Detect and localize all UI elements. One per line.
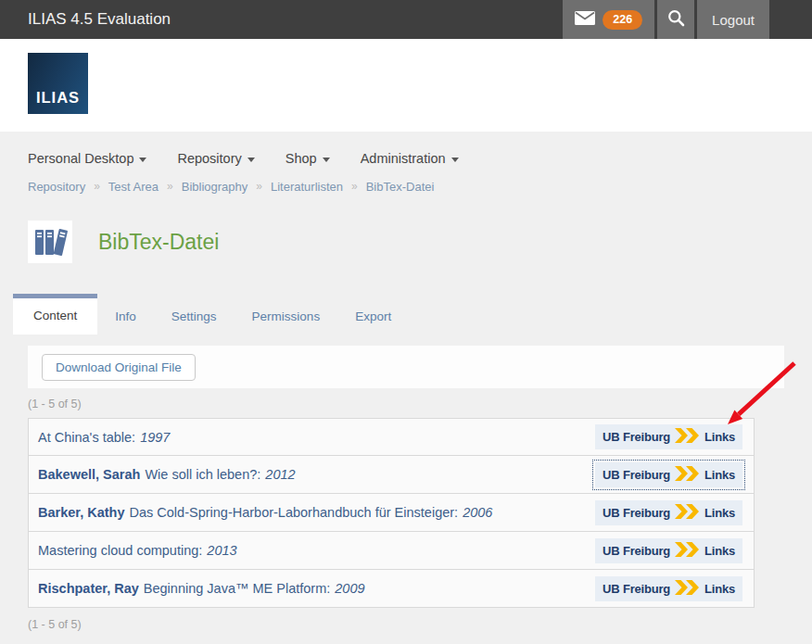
app-title: ILIAS 4.5 Evaluation	[0, 0, 563, 39]
top-controls: 226 Logout	[563, 0, 769, 39]
chevron-down-icon	[139, 158, 146, 162]
tab-content[interactable]: Content	[13, 294, 97, 335]
entry-title: Beginning Java™ ME Platform:	[144, 581, 330, 596]
breadcrumb-item-bibtex-datei[interactable]: BibTex-Datei	[366, 180, 435, 194]
mail-button[interactable]: 226	[563, 0, 654, 39]
ub-freiburg-links-button[interactable]: UB Freiburg Links	[595, 462, 742, 487]
logout-button[interactable]: Logout	[697, 0, 769, 39]
ub-freiburg-label: UB Freiburg	[603, 582, 670, 596]
ub-freiburg-label: UB Freiburg	[603, 468, 670, 482]
tab-permissions[interactable]: Permissions	[235, 298, 338, 335]
entry-title: Wie soll ich leben?:	[145, 467, 260, 482]
ub-freiburg-label: UB Freiburg	[603, 506, 670, 520]
nav-item-label: Repository	[177, 150, 241, 167]
links-label: Links	[704, 506, 735, 520]
ilias-logo[interactable]: ILIAS	[28, 53, 88, 114]
breadcrumb-separator: »	[94, 180, 100, 194]
nav-item-label: Shop	[285, 150, 317, 167]
page-title: BibTex-Datei	[98, 230, 219, 255]
breadcrumb: Repository » Test Area » Bibliography » …	[0, 167, 812, 194]
content-toolbar: Download Original File	[28, 346, 784, 388]
nav-item-label: Personal Desktop	[28, 150, 133, 167]
search-icon	[667, 9, 685, 31]
ub-freiburg-links-button[interactable]: UB Freiburg Links	[595, 500, 742, 525]
entry-year: 2013	[207, 543, 236, 558]
bibliography-row: At China's table: 1997 UB Freiburg Links	[28, 418, 755, 456]
nav-item-administration[interactable]: Administration	[361, 150, 459, 167]
top-bar: ILIAS 4.5 Evaluation 226 Logout	[0, 0, 812, 39]
mail-count-badge: 226	[603, 10, 642, 30]
links-label: Links	[704, 544, 735, 558]
bibliography-row: Rischpater, Ray Beginning Java™ ME Platf…	[28, 570, 755, 608]
links-label: Links	[704, 468, 735, 482]
ub-freiburg-links-button[interactable]: UB Freiburg Links	[595, 424, 742, 449]
bibliography-books-icon	[28, 221, 72, 263]
breadcrumb-separator: »	[351, 180, 358, 194]
entry-year: 2006	[463, 505, 492, 520]
mail-icon	[575, 11, 595, 29]
bibliography-row: Bakewell, Sarah Wie soll ich leben?: 201…	[28, 456, 755, 494]
double-chevron-icon	[675, 504, 700, 522]
ilias-logo-text: ILIAS	[36, 89, 80, 107]
double-chevron-icon	[675, 428, 700, 446]
chevron-down-icon	[323, 158, 330, 162]
entry-title: Mastering cloud computing:	[38, 543, 202, 558]
breadcrumb-item-literaturlisten[interactable]: Literaturlisten	[271, 180, 343, 194]
tab-info[interactable]: Info	[97, 298, 154, 335]
bibliography-list: At China's table: 1997 UB Freiburg Links…	[28, 418, 755, 608]
tab-bar: Content Info Settings Permissions Export	[0, 294, 812, 335]
breadcrumb-item-bibliography[interactable]: Bibliography	[182, 180, 248, 194]
download-original-file-button[interactable]: Download Original File	[42, 354, 196, 381]
nav-item-personal-desktop[interactable]: Personal Desktop	[28, 150, 146, 167]
tab-settings[interactable]: Settings	[154, 298, 235, 335]
ub-freiburg-label: UB Freiburg	[603, 430, 670, 444]
chevron-down-icon	[451, 158, 459, 162]
double-chevron-icon	[675, 580, 700, 598]
breadcrumb-separator: »	[256, 180, 262, 194]
entry-title: At China's table:	[38, 430, 135, 445]
links-label: Links	[704, 430, 735, 444]
links-label: Links	[704, 582, 735, 596]
entry-author: Bakewell, Sarah	[38, 467, 140, 482]
breadcrumb-item-repository[interactable]: Repository	[28, 180, 85, 194]
search-button[interactable]	[657, 0, 694, 39]
result-range-top: (1 - 5 of 5)	[28, 398, 812, 411]
header-band: ILIAS	[0, 39, 812, 132]
double-chevron-icon	[675, 542, 700, 560]
nav-item-repository[interactable]: Repository	[177, 150, 254, 167]
breadcrumb-separator: »	[167, 180, 173, 194]
bibliography-row: Barker, Kathy Das Cold-Spring-Harbor-Lab…	[28, 494, 755, 532]
breadcrumb-item-test-area[interactable]: Test Area	[108, 180, 159, 194]
entry-year: 2009	[335, 581, 364, 596]
entry-year: 2012	[265, 467, 295, 482]
entry-year: 1997	[140, 430, 170, 445]
entry-title: Das Cold-Spring-Harbor-Laborhandbuch für…	[130, 505, 459, 520]
bibliography-row: Mastering cloud computing: 2013 UB Freib…	[28, 532, 755, 570]
double-chevron-icon	[675, 466, 700, 484]
main-menu: Personal Desktop Repository Shop Adminis…	[0, 132, 812, 167]
tab-export[interactable]: Export	[337, 298, 409, 335]
ub-freiburg-links-button[interactable]: UB Freiburg Links	[595, 538, 742, 563]
ub-freiburg-links-button[interactable]: UB Freiburg Links	[595, 576, 742, 601]
nav-item-label: Administration	[361, 150, 446, 167]
ub-freiburg-label: UB Freiburg	[603, 544, 670, 558]
chevron-down-icon	[247, 158, 255, 162]
page-title-block: BibTex-Datei	[28, 221, 812, 263]
nav-item-shop[interactable]: Shop	[285, 150, 330, 167]
entry-author: Barker, Kathy	[38, 505, 125, 520]
result-range-bottom: (1 - 5 of 5)	[28, 618, 812, 632]
entry-author: Rischpater, Ray	[38, 581, 139, 596]
